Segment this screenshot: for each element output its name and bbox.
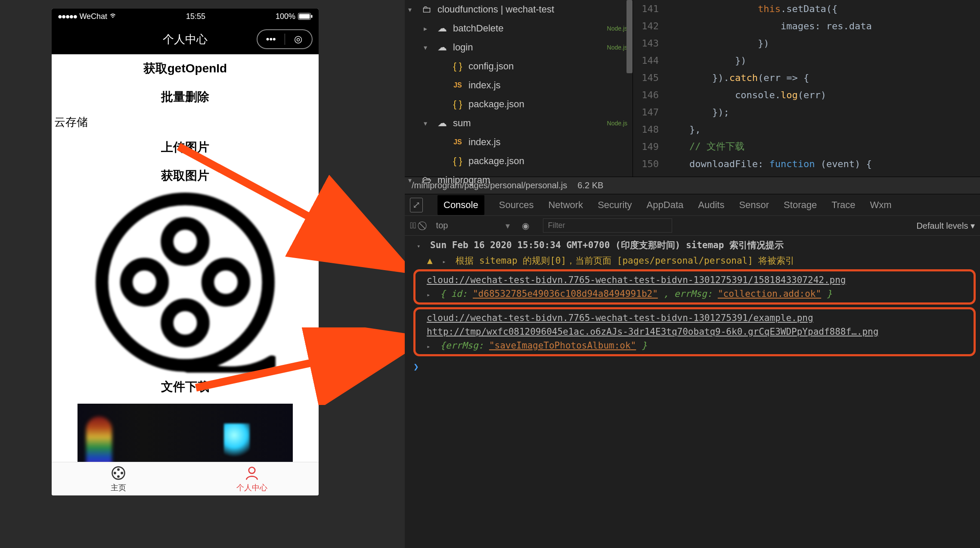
wifi-icon (110, 13, 116, 19)
console-string: "d68532785e49036c108d94a8494991b2" (473, 289, 658, 299)
svg-point-7 (167, 305, 203, 341)
console-object[interactable]: ▸ { id: "d68532785e49036c108d94a8494991b… (419, 287, 970, 301)
tab-personal-label: 个人中心 (236, 483, 267, 493)
tree-item-label: batchDelete (453, 23, 503, 34)
svg-rect-1 (299, 14, 310, 19)
file-download-button[interactable]: 文件下载 (52, 373, 319, 401)
capsule-menu-icon[interactable]: ••• (257, 34, 285, 45)
reel-small-icon (111, 465, 126, 481)
tree-item-label: login (453, 42, 473, 53)
filter-input[interactable] (543, 218, 672, 233)
tree-package-json[interactable]: { } package.json (405, 95, 633, 114)
get-openid-button[interactable]: 获取getOpenId (52, 54, 319, 83)
tree-index-js[interactable]: JS index.js (405, 76, 633, 95)
tab-home[interactable]: 主页 (52, 462, 185, 495)
capsule-close-icon[interactable]: ◎ (285, 34, 312, 45)
svg-point-9 (117, 468, 120, 471)
tab-home-label: 主页 (111, 483, 126, 493)
tab-wxm[interactable]: Wxm (870, 199, 892, 211)
chevron-down-icon: ▾ (408, 6, 416, 14)
tab-audits[interactable]: Audits (698, 199, 724, 211)
page-title: 个人中心 (163, 32, 208, 47)
tab-trace[interactable]: Trace (831, 199, 855, 211)
svg-point-5 (127, 264, 163, 300)
tree-item-label: index.js (468, 80, 501, 91)
tree-item-label: config.json (468, 61, 514, 72)
svg-point-6 (208, 264, 244, 300)
node-badge: Node.js (607, 25, 627, 32)
batch-delete-button[interactable]: 批量删除 (52, 83, 319, 111)
console-brace: } (642, 340, 647, 351)
tab-sensor[interactable]: Sensor (739, 199, 769, 211)
console-line[interactable]: http://tmp/wxfc0812096045e1ac.o6zAJs-3dr… (419, 325, 970, 339)
tab-sources[interactable]: Sources (499, 199, 534, 211)
console-string: "saveImageToPhotosAlbum:ok" (489, 340, 636, 351)
code-token: (err) (798, 90, 826, 100)
play-icon[interactable]: ▸⃞ (410, 221, 416, 230)
tree-sum-index-js[interactable]: JS index.js (405, 133, 633, 152)
tree-miniprogram[interactable]: ▾ 🗁 miniprogram (405, 171, 633, 190)
tree-item-label: package.json (468, 156, 524, 167)
console-line[interactable]: cloud://wechat-test-bidvn.7765-wechat-te… (419, 311, 970, 325)
tree-login[interactable]: ▾ ☁ login Node.js (405, 38, 633, 57)
braces-icon: { } (452, 99, 463, 110)
line-number: 143 (633, 38, 667, 49)
tab-appdata[interactable]: AppData (647, 199, 684, 211)
line-number: 148 (633, 124, 667, 135)
tree-item-label: index.js (468, 137, 501, 148)
capsule[interactable]: ••• ◎ (257, 29, 313, 49)
code-editor[interactable]: 141 this.setData({ 142 images: res.data … (633, 0, 980, 177)
tab-network[interactable]: Network (548, 199, 583, 211)
console-url[interactable]: cloud://wechat-test-bidvn.7765-wechat-te… (427, 275, 846, 285)
context-label: top (436, 221, 448, 230)
code-token: downloadFile: (689, 159, 769, 169)
tree-batchdelete[interactable]: ▸ ☁ batchDelete Node.js (405, 19, 633, 38)
tab-personal[interactable]: 个人中心 (185, 462, 319, 495)
upload-image-button[interactable]: 上传图片 (52, 133, 319, 162)
code-token: }) (758, 38, 769, 49)
tree-sum-package-json[interactable]: { } package.json (405, 152, 633, 171)
line-number: 141 (633, 3, 667, 14)
chevron-down-icon: ▾ (408, 176, 416, 184)
svg-point-12 (117, 475, 120, 478)
js-icon: JS (452, 138, 463, 146)
code-token: .setData({ (781, 3, 837, 14)
file-tree[interactable]: ▾ 🗀 cloudfunctions | wechat-test ▸ ☁ bat… (405, 0, 633, 177)
status-time: 15:55 (186, 12, 205, 21)
tree-item-label: sum (453, 118, 471, 129)
console-object[interactable]: ▸ {errMsg: "saveImageToPhotosAlbum:ok" } (419, 339, 970, 352)
eye-icon[interactable]: ◉ (522, 221, 529, 231)
console-warning[interactable]: ▲ ▸ 根据 sitemap 的规则[0]，当前页面 [pages/person… (409, 253, 976, 268)
devtools-panel: ⤢ Console Sources Network Security AppDa… (405, 194, 980, 548)
code-token: (err => { (758, 72, 809, 83)
phone-body: 获取getOpenId 批量删除 云存储 上传图片 获取图片 文件下载 (52, 54, 319, 462)
get-image-button[interactable]: 获取图片 (52, 162, 319, 190)
tree-sum[interactable]: ▾ ☁ sum Node.js (405, 114, 633, 133)
context-select[interactable]: top ▾ (432, 219, 515, 233)
chevron-down-icon: ▾ (417, 243, 420, 249)
tab-security[interactable]: Security (598, 199, 632, 211)
console-prompt[interactable]: ❯ (409, 359, 976, 372)
console-string: "collection.add:ok" (718, 289, 821, 299)
console-url[interactable]: cloud://wechat-test-bidvn.7765-wechat-te… (427, 313, 813, 323)
console-brace: } (827, 289, 832, 299)
line-number: 145 (633, 72, 667, 83)
console-url[interactable]: http://tmp/wxfc0812096045e1ac.o6zAJs-3dr… (427, 327, 878, 337)
console-group[interactable]: ▾ Sun Feb 16 2020 15:50:34 GMT+0700 (印度支… (409, 237, 976, 253)
chevron-right-icon: ▸ (442, 258, 446, 265)
svg-point-11 (121, 472, 123, 474)
log-levels-select[interactable]: Default levels ▾ (916, 221, 975, 231)
element-picker-icon[interactable]: ⤢ (410, 198, 423, 212)
code-token: images: res.data (781, 21, 872, 31)
tree-root[interactable]: ▾ 🗀 cloudfunctions | wechat-test (405, 0, 633, 19)
console-line[interactable]: cloud://wechat-test-bidvn.7765-wechat-te… (419, 273, 970, 287)
tree-config-json[interactable]: { } config.json (405, 57, 633, 76)
title-bar: 个人中心 ••• ◎ (52, 24, 319, 54)
line-number: 149 (633, 141, 667, 152)
tab-console[interactable]: Console (437, 195, 484, 215)
console-output[interactable]: ▾ Sun Feb 16 2020 15:50:34 GMT+0700 (印度支… (405, 236, 980, 548)
tree-scrollbar[interactable] (626, 0, 633, 73)
tree-item-label: package.json (468, 99, 524, 110)
ide-top: ▾ 🗀 cloudfunctions | wechat-test ▸ ☁ bat… (405, 0, 980, 177)
tab-storage[interactable]: Storage (784, 199, 817, 211)
